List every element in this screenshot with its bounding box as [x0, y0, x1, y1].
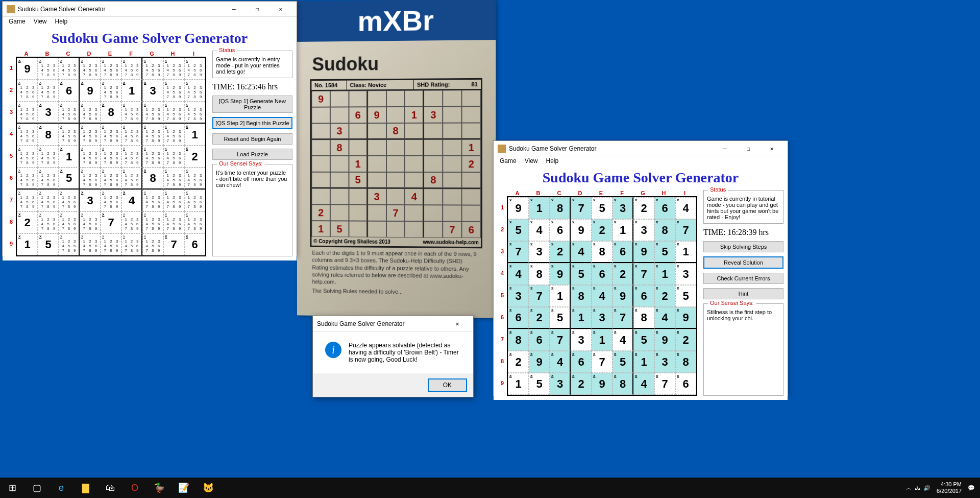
grid-cell[interactable]: x123456789	[142, 58, 163, 80]
sudoku-grid[interactable]: x9x1x8x7x5x3x2x6x4x5x4x6x9x2x1x3x8x7x7x3…	[507, 196, 697, 396]
grid-cell[interactable]: x123456789	[121, 58, 142, 80]
window-solver-solved[interactable]: Sudoku Game Solver Generator — ☐ ✕ Game …	[493, 140, 788, 396]
grid-cell[interactable]: x1	[184, 124, 205, 146]
grid-cell[interactable]: x8	[101, 102, 121, 124]
grid-cell[interactable]: x6	[184, 233, 205, 255]
grid-cell[interactable]: x123456789	[121, 146, 142, 168]
grid-cell[interactable]: x123456789	[163, 58, 184, 80]
grid-cell[interactable]: x3	[38, 102, 59, 124]
grid-cell[interactable]: x123456789	[101, 146, 121, 168]
grid-cell[interactable]: x8	[529, 263, 550, 285]
grid-cell[interactable]: x123456789	[80, 168, 101, 189]
grid-cell[interactable]: x123456789	[59, 58, 80, 80]
message-box[interactable]: Sudoku Game Solver Generator ✕ i Puzzle …	[312, 316, 474, 397]
grid-cell[interactable]: x3	[612, 197, 633, 219]
grid-cell[interactable]: x4	[612, 329, 633, 351]
window-solver-entry[interactable]: Sudoku Game Solver Generator — ☐ ✕ Game …	[2, 1, 297, 256]
menu-view[interactable]: View	[30, 17, 51, 26]
grid-cell[interactable]: x5	[529, 373, 550, 395]
grid-cell[interactable]: x7	[529, 285, 550, 307]
grid-cell[interactable]: x1	[17, 233, 38, 255]
grid-cell[interactable]: x6	[592, 263, 612, 285]
grid-cell[interactable]: x9	[633, 241, 654, 263]
grid-cell[interactable]: x9	[571, 219, 592, 241]
grid-cell[interactable]: x1	[121, 80, 142, 102]
grid-cell[interactable]: x8	[571, 285, 592, 307]
grid-cell[interactable]: x123456789	[163, 168, 184, 189]
grid-cell[interactable]: x123456789	[17, 102, 38, 124]
grid-cell[interactable]: x2	[612, 263, 633, 285]
grid-cell[interactable]: x6	[612, 241, 633, 263]
grid-cell[interactable]: x4	[529, 219, 550, 241]
grid-cell[interactable]: x2	[17, 211, 38, 233]
grid-cell[interactable]: x8	[592, 241, 612, 263]
grid-cell[interactable]: x5	[59, 168, 80, 189]
grid-cell[interactable]: x123456789	[121, 124, 142, 146]
grid-cell[interactable]: x123456789	[142, 146, 163, 168]
grid-cell[interactable]: x123456789	[184, 102, 205, 124]
close-button[interactable]: ✕	[269, 2, 292, 17]
grid-cell[interactable]: x123456789	[101, 124, 121, 146]
grid-cell[interactable]: x7	[592, 351, 612, 373]
grid-cell[interactable]: x8	[654, 219, 675, 241]
app-icon-1[interactable]: 🦆	[147, 478, 172, 498]
grid-cell[interactable]: x123456789	[59, 124, 80, 146]
grid-cell[interactable]: x7	[675, 219, 696, 241]
grid-cell[interactable]: x123456789	[184, 80, 205, 102]
grid-cell[interactable]: x123456789	[38, 58, 59, 80]
grid-cell[interactable]: x5	[654, 241, 675, 263]
grid-cell[interactable]: x4	[654, 307, 675, 329]
grid-cell[interactable]: x3	[592, 307, 612, 329]
grid-cell[interactable]: x4	[550, 351, 571, 373]
grid-cell[interactable]: x7	[550, 329, 571, 351]
sudoku-grid[interactable]: x9x123456789x123456789x123456789x1234567…	[16, 57, 206, 256]
tray-volume-icon[interactable]: 🔊	[923, 485, 930, 491]
grid-cell[interactable]: x1	[550, 285, 571, 307]
grid-cell[interactable]: x6	[508, 307, 529, 329]
grid-cell[interactable]: x123456789	[101, 189, 121, 211]
grid-cell[interactable]: x123456789	[80, 146, 101, 168]
grid-cell[interactable]: x2	[675, 329, 696, 351]
grid-cell[interactable]: x2	[571, 373, 592, 395]
start-button[interactable]: ⊞	[0, 478, 24, 498]
menu-game[interactable]: Game	[496, 156, 521, 165]
hint-button[interactable]: Hint	[703, 288, 783, 299]
grid-cell[interactable]: x123456789	[17, 146, 38, 168]
grid-cell[interactable]: x4	[633, 373, 654, 395]
grid-cell[interactable]: x123456789	[17, 124, 38, 146]
grid-cell[interactable]: x123456789	[38, 146, 59, 168]
grid-cell[interactable]: x3	[80, 189, 101, 211]
grid-cell[interactable]: x123456789	[38, 80, 59, 102]
grid-cell[interactable]: x8	[38, 124, 59, 146]
grid-cell[interactable]: x123456789	[163, 124, 184, 146]
titlebar[interactable]: Sudoku Game Solver Generator — ☐ ✕	[494, 141, 788, 156]
taskbar-clock[interactable]: 4:30 PM 6/20/2017	[934, 481, 965, 494]
grid-cell[interactable]: x4	[571, 241, 592, 263]
grid-cell[interactable]: x123456789	[80, 58, 101, 80]
grid-cell[interactable]: x2	[592, 219, 612, 241]
grid-cell[interactable]: x123456789	[101, 233, 121, 255]
tray-network-icon[interactable]: 🖧	[915, 485, 920, 491]
grid-cell[interactable]: x6	[571, 351, 592, 373]
grid-cell[interactable]: x5	[612, 351, 633, 373]
grid-cell[interactable]: x6	[675, 373, 696, 395]
titlebar[interactable]: Sudoku Game Solver Generator ✕	[313, 316, 473, 331]
tray-notify-icon[interactable]: 💬	[968, 485, 975, 491]
grid-cell[interactable]: x3	[675, 263, 696, 285]
grid-cell[interactable]: x123456789	[17, 80, 38, 102]
edge-icon[interactable]: e	[49, 478, 74, 498]
grid-cell[interactable]: x123456789	[59, 102, 80, 124]
menu-view[interactable]: View	[521, 156, 542, 165]
grid-cell[interactable]: x4	[121, 189, 142, 211]
grid-cell[interactable]: x123456789	[59, 211, 80, 233]
grid-cell[interactable]: x123456789	[142, 211, 163, 233]
grid-cell[interactable]: x8	[612, 373, 633, 395]
grid-cell[interactable]: x3	[142, 80, 163, 102]
menu-help[interactable]: Help	[542, 156, 562, 165]
menu-help[interactable]: Help	[51, 17, 71, 26]
grid-cell[interactable]: x123456789	[142, 124, 163, 146]
begin-button[interactable]: [QS Step 2] Begin this Puzzle	[212, 117, 292, 129]
grid-cell[interactable]: x4	[592, 285, 612, 307]
grid-cell[interactable]: x123456789	[121, 211, 142, 233]
grid-cell[interactable]: x123456789	[184, 211, 205, 233]
